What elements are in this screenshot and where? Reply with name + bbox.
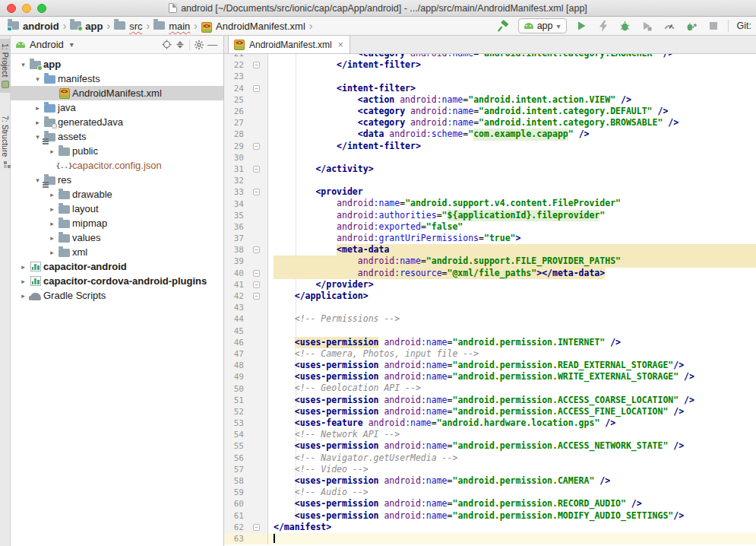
expand-arrow-icon[interactable]: ▸: [47, 148, 57, 155]
expand-arrow-icon[interactable]: ▸: [33, 104, 43, 112]
expand-arrow-icon[interactable]: ▸: [18, 292, 28, 300]
fold-marker-icon[interactable]: −: [253, 524, 260, 531]
code-line-41[interactable]: </provider>: [268, 279, 756, 290]
code-line-26[interactable]: <category android:name="android.intent.c…: [268, 106, 756, 117]
code-line-27[interactable]: <category android:name="android.intent.c…: [268, 117, 756, 129]
tree-item-generatedjava[interactable]: ▸generatedJava: [11, 115, 223, 129]
code-line-38[interactable]: <meta-data: [268, 244, 756, 256]
code-line-36[interactable]: android:exported="false": [268, 221, 756, 233]
fold-marker-icon[interactable]: −: [253, 270, 260, 277]
tree-item-capacitor-android[interactable]: ▸capacitor-android: [11, 259, 223, 274]
stop-button[interactable]: [706, 18, 721, 33]
code-line-24[interactable]: <intent-filter>: [268, 83, 756, 94]
fold-marker-icon[interactable]: −: [253, 85, 260, 92]
code-line-53[interactable]: <uses-feature android:name="android.hard…: [268, 417, 756, 429]
breadcrumb-item-app[interactable]: app: [68, 19, 104, 33]
code-line-30[interactable]: [268, 152, 756, 163]
tree-item-layout[interactable]: ▸layout: [11, 202, 223, 216]
tree-item-public[interactable]: ▸public: [11, 144, 223, 158]
apply-changes-button[interactable]: [596, 18, 611, 33]
code-line-29[interactable]: </intent-filter>: [268, 141, 756, 152]
fold-marker-icon[interactable]: −: [253, 62, 260, 68]
code-line-42[interactable]: </application>: [268, 290, 756, 302]
code-line-45[interactable]: [268, 325, 756, 337]
project-view-selector[interactable]: Android ▾: [16, 39, 74, 50]
code-line-37[interactable]: android:grantUriPermissions="true">: [268, 233, 756, 244]
expand-arrow-icon[interactable]: ▾: [33, 133, 43, 141]
run-with-coverage-button[interactable]: [640, 18, 655, 33]
code-line-61[interactable]: <uses-permission android:name="android.p…: [268, 510, 756, 522]
breadcrumb-item-src[interactable]: src: [112, 19, 144, 33]
code-editor[interactable]: 21 <category android:name="android.inten…: [224, 54, 756, 546]
code-line-39[interactable]: android:name="android.support.FILE_PROVI…: [268, 256, 756, 267]
code-line-28[interactable]: <data android:scheme="com.example.capapp…: [268, 129, 756, 140]
expand-arrow-icon[interactable]: ▾: [33, 75, 43, 83]
tree-item-values[interactable]: ▸values: [11, 230, 223, 245]
locate-file-button[interactable]: [160, 38, 173, 52]
expand-arrow-icon[interactable]: ▸: [47, 249, 57, 256]
collapse-all-button[interactable]: [173, 38, 187, 52]
code-line-34[interactable]: android:name="android.support.v4.content…: [268, 198, 756, 209]
code-line-21[interactable]: <category android:name="android.intent.c…: [268, 54, 756, 59]
breadcrumb-item-androidmanifest-xml[interactable]: <>AndroidManifest.xml: [200, 18, 307, 34]
tree-item-androidmanifest-xml[interactable]: <>AndroidManifest.xml: [11, 86, 223, 100]
fold-marker-icon[interactable]: −: [253, 246, 260, 253]
code-line-54[interactable]: <!-- Network API -->: [268, 429, 756, 440]
code-line-23[interactable]: [268, 71, 756, 82]
expand-arrow-icon[interactable]: ▸: [18, 278, 28, 285]
breadcrumb-item-android[interactable]: android: [6, 19, 61, 33]
code-line-25[interactable]: <action android:name="android.intent.act…: [268, 94, 756, 106]
code-line-46[interactable]: <uses-permission android:name="android.p…: [268, 337, 756, 348]
tree-item-mipmap[interactable]: ▸mipmap: [11, 216, 223, 230]
code-line-32[interactable]: [268, 175, 756, 186]
code-line-60[interactable]: <uses-permission android:name="android.p…: [268, 498, 756, 509]
fold-marker-icon[interactable]: −: [253, 293, 260, 300]
tool-button-1-project[interactable]: 1: Project: [0, 39, 11, 93]
code-line-40[interactable]: android:resource="@xml/file_paths"></met…: [268, 268, 756, 279]
fold-marker-icon[interactable]: −: [253, 166, 260, 173]
code-line-35[interactable]: android:authorities="${applicationId}.fi…: [268, 210, 756, 221]
tree-item-capacitor-config-json[interactable]: {..}capacitor.config.json: [11, 158, 223, 173]
code-line-48[interactable]: <uses-permission android:name="android.p…: [268, 360, 756, 371]
code-line-49[interactable]: <uses-permission android:name="android.p…: [268, 371, 756, 383]
tree-item-assets[interactable]: ▾assets: [11, 129, 223, 144]
code-line-47[interactable]: <!-- Camera, Photos, input file -->: [268, 348, 756, 360]
expand-arrow-icon[interactable]: ▸: [47, 205, 57, 213]
code-line-22[interactable]: </intent-filter>: [268, 59, 756, 71]
expand-arrow-icon[interactable]: ▸: [47, 220, 57, 227]
settings-gear-button[interactable]: [192, 38, 206, 52]
close-tab-icon[interactable]: ×: [338, 40, 343, 50]
code-line-33[interactable]: <provider: [268, 186, 756, 198]
code-line-50[interactable]: <!-- Geolocation API -->: [268, 383, 756, 394]
code-line-44[interactable]: <!-- Permissions -->: [268, 313, 756, 325]
code-line-62[interactable]: </manifest>: [268, 522, 756, 533]
tree-item-manifests[interactable]: ▾manifests: [11, 71, 223, 86]
expand-arrow-icon[interactable]: ▸: [47, 191, 57, 198]
code-line-58[interactable]: <uses-permission android:name="android.p…: [268, 475, 756, 487]
make-project-button[interactable]: [496, 18, 511, 33]
code-line-56[interactable]: <!-- Navigator.getUserMedia -->: [268, 452, 756, 464]
zoom-window-button[interactable]: [37, 4, 46, 13]
tree-item-gradle-scripts[interactable]: ▸Gradle Scripts: [11, 288, 223, 303]
code-line-43[interactable]: [268, 302, 756, 313]
expand-arrow-icon[interactable]: ▾: [33, 176, 43, 184]
breadcrumb-item-main[interactable]: main: [152, 19, 191, 33]
tree-item-xml[interactable]: ▸xml: [11, 245, 223, 259]
tree-item-res[interactable]: ▾res: [11, 173, 223, 187]
tree-item-java[interactable]: ▸java: [11, 100, 223, 115]
hide-tool-window-button[interactable]: —: [207, 39, 217, 50]
profiler-button[interactable]: [662, 18, 677, 33]
run-button[interactable]: [574, 18, 589, 33]
minimize-window-button[interactable]: [22, 4, 31, 13]
expand-arrow-icon[interactable]: ▸: [33, 119, 43, 126]
code-line-57[interactable]: <!-- Video -->: [268, 464, 756, 475]
tab-androidmanifest-xml[interactable]: <> AndroidManifest.xml ×: [228, 35, 350, 53]
code-line-52[interactable]: <uses-permission android:name="android.p…: [268, 406, 756, 417]
expand-arrow-icon[interactable]: ▸: [18, 263, 28, 271]
code-line-51[interactable]: <uses-permission android:name="android.p…: [268, 395, 756, 406]
tool-button-7-structure[interactable]: 7: Structure: [0, 111, 11, 172]
code-line-55[interactable]: <uses-permission android:name="android.p…: [268, 440, 756, 452]
run-configuration-select[interactable]: app ▾: [518, 18, 567, 33]
debug-button[interactable]: [618, 18, 633, 33]
tree-item-drawable[interactable]: ▸drawable: [11, 187, 223, 202]
